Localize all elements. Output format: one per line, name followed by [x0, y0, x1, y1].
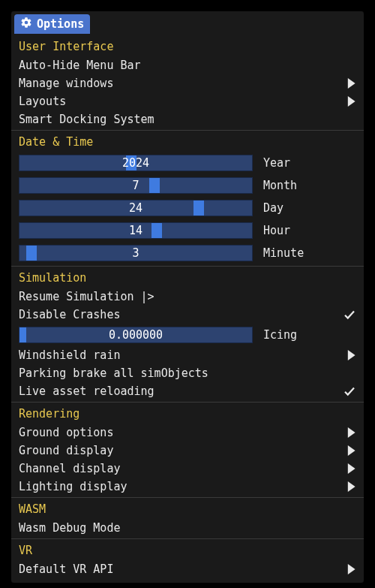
- chevron-right-icon: [346, 445, 356, 456]
- slider-value: 24: [20, 201, 252, 216]
- slider-row-icing: 0.000000 Icing: [11, 324, 364, 346]
- options-panel: Options User Interface Auto-Hide Menu Ba…: [10, 11, 364, 583]
- menu-item-windshield-rain[interactable]: Windshield rain: [11, 346, 364, 364]
- slider-handle[interactable]: [26, 246, 37, 261]
- section-header-vr: VR: [11, 538, 364, 560]
- label: Lighting display: [19, 480, 346, 493]
- slider-value: 14: [20, 223, 252, 238]
- chevron-right-icon: [346, 463, 356, 474]
- label: Ground display: [19, 444, 346, 457]
- label: Disable Crashes: [19, 308, 343, 321]
- chevron-right-icon: [346, 350, 356, 360]
- label: Parking brake all simObjects: [19, 366, 356, 380]
- label: Default VR API: [19, 562, 346, 576]
- label: Auto-Hide Menu Bar: [19, 59, 356, 72]
- slider-label: Month: [263, 179, 356, 192]
- slider-value: 0.000000: [20, 327, 252, 342]
- slider-handle[interactable]: [152, 223, 162, 238]
- slider-handle[interactable]: [149, 178, 160, 193]
- chevron-right-icon: [346, 78, 356, 89]
- menu-item-smart-docking[interactable]: Smart Docking System: [11, 110, 364, 128]
- year-slider[interactable]: 2024: [19, 155, 253, 171]
- chevron-right-icon: [346, 481, 356, 492]
- menu-item-resume-simulation[interactable]: Resume Simulation |>: [11, 288, 364, 306]
- slider-handle[interactable]: [194, 201, 204, 216]
- menu-item-live-asset-reloading[interactable]: Live asset reloading: [11, 382, 364, 400]
- menu-item-ground-options[interactable]: Ground options: [11, 424, 364, 442]
- menu-item-parking-brake[interactable]: Parking brake all simObjects: [11, 364, 364, 382]
- hour-slider[interactable]: 14: [19, 222, 253, 239]
- slider-row-minute: 3 Minute: [11, 242, 364, 264]
- menu-item-layouts[interactable]: Layouts: [11, 92, 364, 110]
- chevron-right-icon: [346, 427, 356, 438]
- section-header-rendering: Rendering: [11, 402, 364, 424]
- chevron-right-icon: [346, 96, 356, 107]
- slider-handle[interactable]: [126, 155, 136, 170]
- label: Resume Simulation |>: [19, 290, 356, 303]
- slider-label: Hour: [263, 224, 356, 237]
- minute-slider[interactable]: 3: [19, 245, 253, 261]
- slider-row-year: 2024 Year: [11, 152, 364, 174]
- section-header-wasm: WASM: [11, 497, 364, 519]
- slider-label: Year: [263, 156, 356, 170]
- slider-row-day: 24 Day: [11, 197, 364, 219]
- slider-row-hour: 14 Hour: [11, 219, 364, 242]
- day-slider[interactable]: 24: [19, 200, 253, 216]
- menu-item-wasm-debug-mode[interactable]: Wasm Debug Mode: [11, 519, 364, 537]
- label: Live asset reloading: [19, 384, 343, 398]
- menu-item-lighting-display[interactable]: Lighting display: [11, 478, 364, 496]
- menu-item-channel-display[interactable]: Channel display: [11, 460, 364, 478]
- slider-label: Day: [263, 201, 356, 215]
- window-titlebar[interactable]: Options: [14, 14, 90, 34]
- check-icon: [343, 384, 356, 398]
- menu-item-ground-display[interactable]: Ground display: [11, 442, 364, 460]
- check-icon: [343, 308, 356, 321]
- section-header-simulation: Simulation: [11, 266, 364, 288]
- section-header-ui: User Interface: [11, 35, 364, 56]
- slider-value: 3: [20, 246, 252, 261]
- label: Windshield rain: [19, 348, 346, 362]
- label: Channel display: [19, 462, 346, 475]
- slider-value: 7: [20, 178, 252, 193]
- gear-icon: [20, 17, 32, 32]
- label: Ground options: [19, 426, 346, 439]
- label: Manage windows: [19, 77, 346, 90]
- menu-item-manage-windows[interactable]: Manage windows: [11, 74, 364, 92]
- menu-item-disable-crashes[interactable]: Disable Crashes: [11, 306, 364, 324]
- label: Wasm Debug Mode: [19, 521, 356, 535]
- icing-slider[interactable]: 0.000000: [19, 327, 253, 343]
- menu-item-auto-hide-menu-bar[interactable]: Auto-Hide Menu Bar: [11, 56, 364, 74]
- label: Smart Docking System: [19, 113, 356, 126]
- chevron-right-icon: [346, 564, 356, 574]
- slider-label: Icing: [263, 328, 356, 342]
- label: Layouts: [19, 95, 346, 108]
- section-header-datetime: Date & Time: [11, 130, 364, 152]
- slider-fill: [20, 327, 26, 342]
- month-slider[interactable]: 7: [19, 177, 253, 194]
- slider-row-month: 7 Month: [11, 174, 364, 197]
- window-title: Options: [37, 17, 84, 31]
- menu-item-default-vr-api[interactable]: Default VR API: [11, 560, 364, 578]
- slider-label: Minute: [263, 246, 356, 260]
